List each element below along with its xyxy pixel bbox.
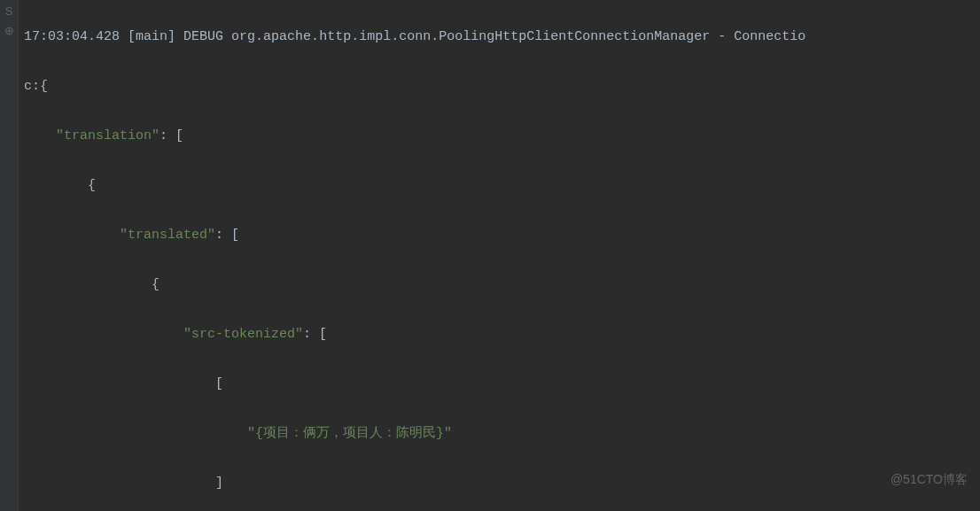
code-line: ] [24,471,980,496]
brace: { [88,178,96,193]
editor-viewport: S ⊕ 17:03:04.428 [main] DEBUG org.apache… [0,0,980,511]
log-tail: Connectio [734,29,805,44]
log-thread: [main] [128,29,175,44]
json-string: "{项目：俩万，项目人：陈明民}" [247,426,452,441]
code-line: "translated": [ [24,223,980,248]
json-key: "src-tokenized" [183,327,303,342]
editor-gutter: S ⊕ [0,0,19,511]
code-line: "src-tokenized": [ [24,322,980,347]
code-line: c:{ [24,74,980,99]
code-line: { [24,174,980,198]
code-line: "translation": [ [24,124,980,149]
bracket: [ [215,376,223,391]
json-key: "translation" [56,128,159,143]
json-key: "translated" [120,228,215,243]
gutter-glyph-2: ⊕ [0,19,18,39]
code-line: { [24,273,980,298]
log-timestamp: 17:03:04.428 [24,29,120,44]
log-line-1: 17:03:04.428 [main] DEBUG org.apache.htt… [24,25,980,50]
code-area[interactable]: 17:03:04.428 [main] DEBUG org.apache.htt… [19,0,980,511]
text: c:{ [24,79,48,94]
log-level: DEBUG [183,29,223,44]
bracket: ] [215,476,223,491]
gutter-glyph-1: S [0,0,18,19]
log-sep: - [718,29,726,44]
brace: { [152,277,159,292]
log-logger: org.apache.http.impl.conn.PoolingHttpCli… [231,29,710,44]
code-line: "{项目：俩万，项目人：陈明民}" [24,422,980,446]
code-line: [ [24,372,980,397]
